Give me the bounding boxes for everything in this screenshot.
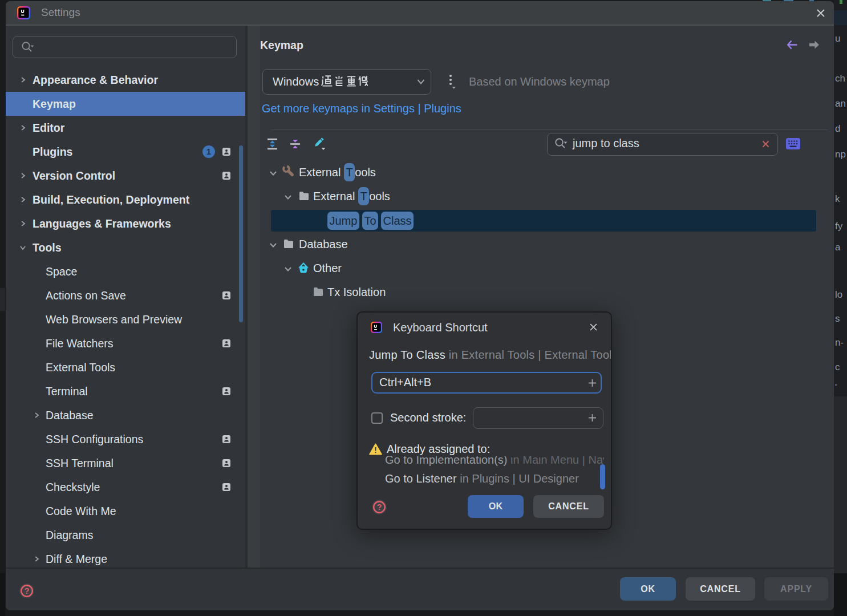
svg-text:?: ? — [377, 502, 382, 512]
svg-text:?: ? — [25, 586, 30, 595]
